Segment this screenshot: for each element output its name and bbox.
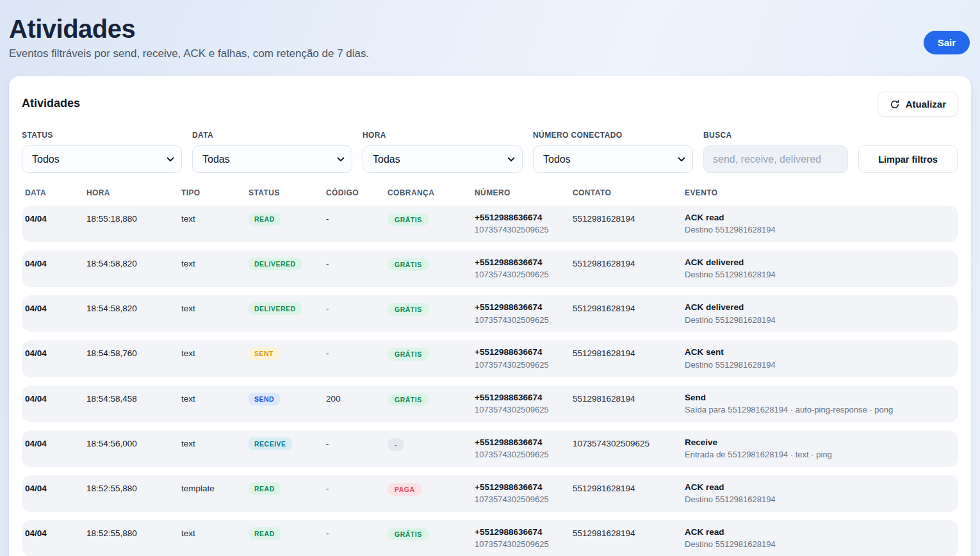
cell-cobranca: GRÁTIS (388, 302, 475, 316)
evento-detail: Destino 5512981628194 (685, 270, 951, 281)
numero-line1: +5512988636674 (475, 392, 573, 403)
logout-button[interactable]: Sair (924, 31, 970, 54)
cell-status: SEND (249, 392, 326, 405)
cell-evento: ACK read Destino 5512981628194 (685, 482, 951, 505)
card-title: Atividades (22, 92, 80, 110)
hora-select[interactable]: Todas (363, 145, 523, 173)
filter-hora: Hora Todas (363, 131, 523, 173)
cell-status: READ (249, 527, 326, 540)
table-row: 04/04 18:52:55,880 text READ - GRÁTIS +5… (22, 520, 958, 556)
numero-line2: 1073574302509625 (475, 450, 573, 461)
cell-time: 18:54:58,820 (86, 302, 181, 313)
filter-status: Status Todos (22, 131, 182, 173)
evento-title: ACK read (685, 482, 951, 493)
cell-cobranca: - (388, 437, 475, 451)
cell-tipo: text (181, 212, 249, 224)
cell-time: 18:52:55,880 (86, 527, 181, 538)
column-header-numero: Número (475, 188, 573, 197)
cell-date: 04/04 (25, 347, 86, 358)
cell-evento: ACK read Destino 5512981628194 (685, 527, 951, 550)
cell-numero: +5512988636674 1073574302509625 (475, 437, 573, 461)
filter-numero-conectado-label: Número conectado (533, 131, 693, 140)
billing-badge: GRÁTIS (388, 303, 429, 316)
table-row: 04/04 18:54:58,458 text SEND 200 GRÁTIS … (22, 386, 958, 422)
column-header-data: Data (25, 188, 86, 197)
cell-status: READ (249, 482, 326, 495)
activities-table: Data Hora Tipo Status Código Cobrança Nú… (22, 188, 958, 556)
numero-line2: 1073574302509625 (475, 539, 573, 550)
column-header-status: Status (249, 188, 326, 197)
numero-conectado-select[interactable]: Todos (533, 145, 693, 173)
cell-status: DELIVERED (249, 257, 326, 270)
status-badge: RECEIVE (249, 437, 292, 450)
cell-contato: 5512981628194 (573, 347, 685, 358)
evento-title: ACK delivered (685, 257, 951, 268)
cell-date: 04/04 (25, 482, 86, 493)
cell-cobranca: GRÁTIS (388, 347, 475, 361)
cell-contato: 5512981628194 (573, 257, 685, 268)
table-row: 04/04 18:54:58,760 text SENT - GRÁTIS +5… (22, 340, 958, 377)
cell-numero: +5512988636674 1073574302509625 (475, 257, 573, 281)
cell-cobranca: GRÁTIS (388, 257, 475, 271)
cell-cobranca: GRÁTIS (388, 527, 475, 541)
billing-badge: GRÁTIS (388, 258, 429, 271)
table-row: 04/04 18:54:56,000 text RECEIVE - - +551… (22, 430, 958, 467)
cell-numero: +5512988636674 1073574302509625 (475, 212, 573, 236)
numero-line2: 1073574302509625 (475, 225, 573, 236)
clear-filters-button[interactable]: Limpar filtros (858, 145, 958, 173)
table-row: 04/04 18:54:58,820 text DELIVERED - GRÁT… (22, 295, 958, 332)
cell-numero: +5512988636674 1073574302509625 (475, 482, 573, 505)
numero-line2: 1073574302509625 (475, 360, 573, 371)
cell-date: 04/04 (25, 392, 86, 404)
cell-evento: ACK read Destino 5512981628194 (685, 212, 951, 236)
numero-line1: +5512988636674 (475, 212, 573, 223)
table-row: 04/04 18:52:55,880 template READ - PAGA … (22, 475, 958, 512)
cell-contato: 5512981628194 (573, 302, 685, 313)
billing-badge: GRÁTIS (388, 348, 429, 361)
column-header-evento: Evento (685, 188, 951, 197)
cell-status: SENT (249, 347, 326, 360)
cell-time: 18:54:58,458 (86, 392, 181, 404)
cell-numero: +5512988636674 1073574302509625 (475, 302, 573, 325)
evento-title: ACK sent (685, 347, 951, 357)
page-title: Atividades (9, 14, 369, 44)
activity-list: 04/04 18:55:18,880 text READ - GRÁTIS +5… (22, 206, 958, 556)
cell-date: 04/04 (25, 527, 86, 538)
cell-tipo: template (181, 482, 249, 493)
cell-cobranca: PAGA (388, 482, 475, 496)
cell-codigo: - (326, 437, 388, 448)
column-header-codigo: Código (326, 188, 388, 197)
cell-evento: Receive Entrada de 5512981628194 · text … (685, 437, 951, 461)
cell-tipo: text (181, 527, 249, 538)
numero-line1: +5512988636674 (475, 437, 573, 448)
column-header-cobranca: Cobrança (388, 188, 475, 197)
cell-contato: 5512981628194 (573, 212, 685, 224)
evento-title: ACK read (685, 527, 951, 537)
cell-numero: +5512988636674 1073574302509625 (475, 392, 573, 416)
page-header: Atividades Eventos filtráveis por send, … (9, 9, 971, 60)
cell-tipo: text (181, 257, 249, 268)
cell-contato: 1073574302509625 (573, 437, 685, 448)
evento-title: ACK delivered (685, 302, 951, 313)
cell-contato: 5512981628194 (573, 527, 685, 538)
billing-badge: GRÁTIS (388, 393, 429, 406)
numero-line2: 1073574302509625 (475, 495, 573, 505)
cell-evento: ACK delivered Destino 5512981628194 (685, 302, 951, 325)
filter-data: Data Todas (192, 131, 352, 173)
filters-bar: Status Todos Data Todas (22, 131, 958, 173)
status-select[interactable]: Todos (22, 145, 182, 173)
data-select[interactable]: Todas (192, 145, 352, 173)
cell-time: 18:54:56,000 (86, 437, 181, 448)
status-badge: DELIVERED (249, 258, 302, 270)
cell-cobranca: GRÁTIS (388, 212, 475, 226)
column-header-contato: Contato (573, 188, 685, 197)
cell-date: 04/04 (25, 212, 86, 224)
refresh-button[interactable]: Atualizar (878, 92, 958, 117)
status-badge: READ (249, 213, 281, 225)
search-input[interactable] (703, 145, 848, 173)
cell-evento: ACK sent Destino 5512981628194 (685, 347, 951, 370)
cell-tipo: text (181, 437, 249, 448)
filter-busca: Busca (703, 131, 848, 173)
refresh-label: Atualizar (906, 99, 946, 110)
status-badge: SENT (249, 347, 279, 360)
